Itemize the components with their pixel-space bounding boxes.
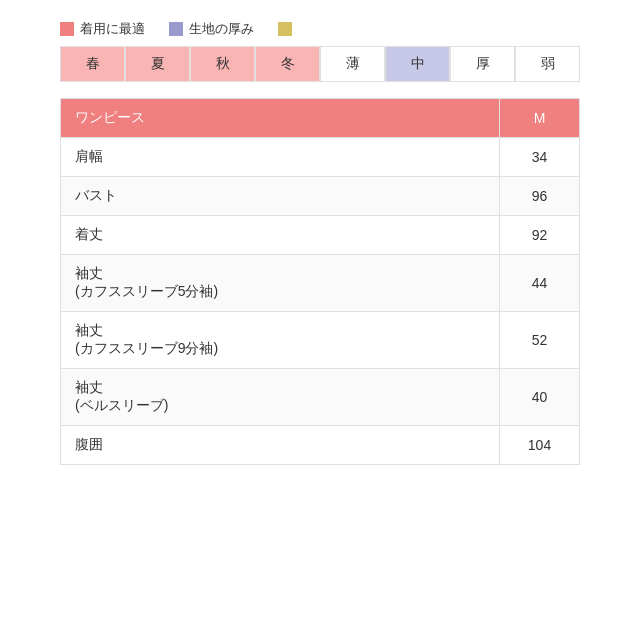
table-row: 肩幅34 (61, 138, 580, 177)
row-label: 袖丈 (ベルスリーブ) (61, 369, 500, 426)
fabric-thick: 厚 (450, 46, 515, 82)
col1-header: ワンピース (61, 99, 500, 138)
row-value: 92 (500, 216, 580, 255)
col2-header: M (500, 99, 580, 138)
table-row: 袖丈 (ベルスリーブ)40 (61, 369, 580, 426)
season-autumn: 秋 (190, 46, 255, 82)
row-value: 40 (500, 369, 580, 426)
row-value: 44 (500, 255, 580, 312)
row-label: バスト (61, 177, 500, 216)
measurements-table: ワンピース M 肩幅34バスト96着丈92袖丈 (カフススリーブ5分袖)44袖丈… (60, 98, 580, 465)
season-section: 着用に最適 生地の厚み 春 夏 秋 冬 薄 中 厚 弱 (60, 20, 580, 82)
legend-box-yellow (278, 22, 292, 36)
legend-label-2: 生地の厚み (189, 20, 254, 38)
fabric-medium: 中 (385, 46, 450, 82)
legend-row: 着用に最適 生地の厚み (60, 20, 580, 38)
row-value: 104 (500, 426, 580, 465)
legend-box-pink (60, 22, 74, 36)
row-label: 腹囲 (61, 426, 500, 465)
row-value: 96 (500, 177, 580, 216)
fabric-thin: 薄 (320, 46, 385, 82)
table-body: 肩幅34バスト96着丈92袖丈 (カフススリーブ5分袖)44袖丈 (カフススリー… (61, 138, 580, 465)
legend-label-1: 着用に最適 (80, 20, 145, 38)
row-value: 52 (500, 312, 580, 369)
table-row: 腹囲104 (61, 426, 580, 465)
row-label: 袖丈 (カフススリーブ9分袖) (61, 312, 500, 369)
table-row: 袖丈 (カフススリーブ9分袖)52 (61, 312, 580, 369)
legend-item-1: 着用に最適 (60, 20, 145, 38)
measurements-table-section: ワンピース M 肩幅34バスト96着丈92袖丈 (カフススリーブ5分袖)44袖丈… (60, 98, 580, 465)
row-label: 肩幅 (61, 138, 500, 177)
table-row: バスト96 (61, 177, 580, 216)
season-bar: 春 夏 秋 冬 薄 中 厚 弱 (60, 46, 580, 82)
row-label: 着丈 (61, 216, 500, 255)
legend-box-blue (169, 22, 183, 36)
season-spring: 春 (60, 46, 125, 82)
fabric-weak: 弱 (515, 46, 580, 82)
table-header-row: ワンピース M (61, 99, 580, 138)
row-label: 袖丈 (カフススリーブ5分袖) (61, 255, 500, 312)
season-summer: 夏 (125, 46, 190, 82)
table-row: 着丈92 (61, 216, 580, 255)
legend-item-3 (278, 22, 298, 36)
table-row: 袖丈 (カフススリーブ5分袖)44 (61, 255, 580, 312)
legend-item-2: 生地の厚み (169, 20, 254, 38)
season-winter: 冬 (255, 46, 320, 82)
row-value: 34 (500, 138, 580, 177)
